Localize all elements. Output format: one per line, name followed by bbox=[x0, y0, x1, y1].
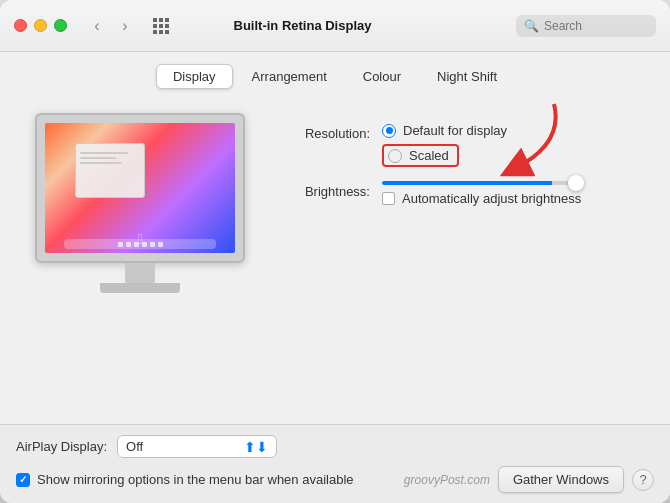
dock-bar bbox=[64, 239, 216, 249]
resolution-label: Resolution: bbox=[280, 123, 370, 141]
search-input[interactable] bbox=[544, 19, 648, 33]
search-box[interactable]: 🔍 bbox=[516, 15, 656, 37]
tab-arrangement[interactable]: Arrangement bbox=[235, 64, 344, 89]
resolution-scaled-option[interactable]: Scaled bbox=[382, 144, 459, 167]
brightness-slider-container bbox=[382, 181, 640, 185]
mirroring-label: Show mirroring options in the menu bar w… bbox=[37, 472, 354, 487]
window: ‹ › Built-in Retina Display 🔍 Display Ar… bbox=[0, 0, 670, 503]
dropdown-arrows-icon: ⬆⬇ bbox=[244, 440, 268, 454]
bottom-actions: Show mirroring options in the menu bar w… bbox=[16, 466, 654, 493]
brightness-controls: Automatically adjust brightness bbox=[382, 181, 640, 206]
monitor-body:  bbox=[35, 113, 245, 263]
airplay-dropdown[interactable]: Off ⬆⬇ bbox=[117, 435, 277, 458]
airplay-row: AirPlay Display: Off ⬆⬇ bbox=[16, 435, 654, 458]
content-area:  Resolution: bbox=[0, 97, 670, 424]
mirroring-row: Show mirroring options in the menu bar w… bbox=[16, 472, 354, 487]
titlebar: ‹ › Built-in Retina Display 🔍 bbox=[0, 0, 670, 52]
monitor-stand-top bbox=[125, 263, 155, 283]
monitor-preview:  bbox=[30, 113, 250, 414]
red-arrow-annotation bbox=[454, 97, 564, 184]
window-title: Built-in Retina Display bbox=[99, 18, 506, 33]
watermark: groovyPost.com bbox=[404, 473, 490, 487]
resolution-scaled-label: Scaled bbox=[409, 148, 449, 163]
traffic-lights bbox=[14, 19, 67, 32]
resolution-default-label: Default for display bbox=[403, 123, 507, 138]
monitor-stand-base bbox=[100, 283, 180, 293]
screen-overlay bbox=[75, 143, 145, 198]
mirroring-checkbox[interactable] bbox=[16, 473, 30, 487]
resolution-default-option[interactable]: Default for display bbox=[382, 123, 640, 138]
bottom-bar: AirPlay Display: Off ⬆⬇ Show mirroring o… bbox=[0, 424, 670, 503]
monitor-screen:  bbox=[45, 123, 235, 253]
auto-brightness-checkbox[interactable] bbox=[382, 192, 395, 205]
brightness-label: Brightness: bbox=[280, 181, 370, 199]
help-button[interactable]: ? bbox=[632, 469, 654, 491]
search-icon: 🔍 bbox=[524, 19, 539, 33]
resolution-controls: Default for display Scaled bbox=[382, 123, 640, 167]
tabs-container: Display Arrangement Colour Night Shift bbox=[0, 52, 670, 97]
maximize-button[interactable] bbox=[54, 19, 67, 32]
resolution-row: Resolution: Default for display Scaled bbox=[280, 123, 640, 167]
minimize-button[interactable] bbox=[34, 19, 47, 32]
airplay-label: AirPlay Display: bbox=[16, 439, 107, 454]
right-buttons: groovyPost.com Gather Windows ? bbox=[404, 466, 654, 493]
brightness-slider-track[interactable] bbox=[382, 181, 582, 185]
tab-colour[interactable]: Colour bbox=[346, 64, 418, 89]
resolution-scaled-radio[interactable] bbox=[388, 149, 402, 163]
settings-panel: Resolution: Default for display Scaled bbox=[280, 113, 640, 414]
auto-brightness-label: Automatically adjust brightness bbox=[402, 191, 581, 206]
brightness-slider-thumb[interactable] bbox=[568, 175, 584, 191]
scaled-annotation-wrapper: Scaled bbox=[382, 144, 459, 167]
auto-brightness-row: Automatically adjust brightness bbox=[382, 191, 640, 206]
resolution-default-radio[interactable] bbox=[382, 124, 396, 138]
tab-display[interactable]: Display bbox=[156, 64, 233, 89]
brightness-row: Brightness: Automatically adjust brightn… bbox=[280, 181, 640, 206]
airplay-value: Off bbox=[126, 439, 238, 454]
close-button[interactable] bbox=[14, 19, 27, 32]
tab-night-shift[interactable]: Night Shift bbox=[420, 64, 514, 89]
gather-windows-button[interactable]: Gather Windows bbox=[498, 466, 624, 493]
